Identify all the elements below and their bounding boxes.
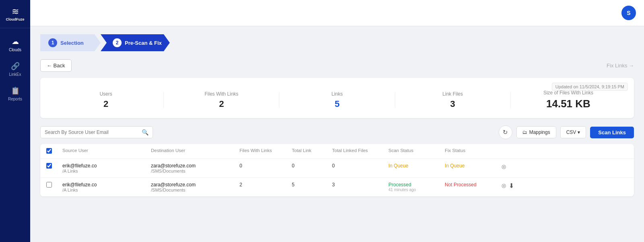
- stat-fwl-label: Files With Links: [164, 91, 279, 97]
- row1-source-email: erik@filefuze.co: [62, 163, 151, 169]
- th-scan-status: Scan Status: [388, 148, 445, 154]
- sidebar: ≋ CloudFuze ☁ Clouds 🔗 LinkEx 📋 Reports: [0, 0, 30, 242]
- row1-dest-user: zara@storefuze.com /SMS/Documents: [151, 163, 239, 173]
- row1-source-user: erik@filefuze.co /A Links: [62, 163, 151, 173]
- stat-size: Size of Files With Links 14.51 KB: [511, 90, 626, 110]
- search-action-row: 🔍 ↻ 🗂 Mappings CSV ▾ Scan Links: [40, 125, 634, 139]
- stat-size-value: 14.51 KB: [511, 98, 626, 110]
- row2-total-link: 5: [292, 182, 332, 188]
- select-all-checkbox[interactable]: [46, 148, 52, 154]
- row1-total-link: 0: [292, 163, 332, 169]
- stat-fwl-value: 2: [164, 99, 279, 109]
- search-input[interactable]: [45, 129, 139, 135]
- row2-source-email: erik@filefuze.co: [62, 182, 151, 188]
- stat-users: Users 2: [48, 91, 163, 109]
- sidebar-label-clouds: Clouds: [9, 48, 21, 52]
- users-table: Source User Destination User Files With …: [40, 144, 634, 196]
- row2-dest-email: zara@storefuze.com: [151, 182, 239, 188]
- th-fix-status: Fix Status: [445, 148, 501, 154]
- row2-scan-time: 41 minutes ago: [388, 188, 445, 192]
- row2-download-icon[interactable]: ⬇: [509, 182, 514, 190]
- row1-scan-status: In Queue: [388, 163, 445, 169]
- row1-scan-status-label: In Queue: [388, 163, 445, 169]
- sidebar-item-clouds[interactable]: ☁ Clouds: [0, 32, 30, 57]
- stat-lf-value: 3: [395, 99, 510, 109]
- th-destination-user: Destination User: [151, 148, 239, 154]
- search-box[interactable]: 🔍: [40, 126, 153, 138]
- sidebar-label-linkex: LinkEx: [9, 72, 21, 77]
- back-button[interactable]: ← Back: [40, 59, 72, 72]
- csv-chevron-icon: ▾: [578, 129, 580, 135]
- stats-updated: Updated on 11/5/2024, 9:19:15 PM: [552, 83, 628, 91]
- step-2-num: 2: [113, 38, 122, 47]
- mappings-button[interactable]: 🗂 Mappings: [516, 126, 556, 138]
- row2-checkbox-cell: [46, 182, 62, 189]
- row1-cancel-icon[interactable]: ⊗: [501, 163, 506, 171]
- row1-total-linked-files: 0: [332, 163, 388, 169]
- stepper: 1 Selection 2 Pre-Scan & Fix: [40, 34, 634, 51]
- fix-links-button[interactable]: Fix Links →: [607, 63, 634, 69]
- topbar: S: [30, 0, 644, 26]
- row2-total-linked-files: 3: [332, 182, 388, 188]
- th-total-linked-files: Total Linked Files: [332, 148, 388, 154]
- row1-actions: ⊗: [501, 163, 525, 171]
- row2-scan-status-label: Processed: [388, 182, 445, 188]
- row2-cancel-icon[interactable]: ⊗: [501, 182, 506, 190]
- csv-label: CSV: [566, 129, 576, 135]
- sidebar-item-linkex[interactable]: 🔗 LinkEx: [0, 57, 30, 81]
- row1-dest-sub: /SMS/Documents: [151, 169, 239, 173]
- scan-links-button[interactable]: Scan Links: [590, 127, 634, 138]
- mappings-label: Mappings: [529, 129, 550, 135]
- stat-links: Links 5: [279, 91, 394, 109]
- row1-action-icons: ⊗: [501, 163, 525, 171]
- app-logo: ≋ CloudFuze: [0, 0, 30, 28]
- stat-users-label: Users: [48, 91, 163, 97]
- step-prescan[interactable]: 2 Pre-Scan & Fix: [101, 34, 170, 51]
- row2-dest-sub: /SMS/Documents: [151, 188, 239, 192]
- table-row: erik@filefuze.co /A Links zara@storefuze…: [40, 159, 634, 178]
- th-total-link: Total Link: [292, 148, 332, 154]
- row2-source-sub: /A Links: [62, 188, 151, 192]
- row2-checkbox[interactable]: [46, 182, 52, 188]
- row2-source-user: erik@filefuze.co /A Links: [62, 182, 151, 192]
- row1-checkbox[interactable]: [46, 163, 52, 169]
- step-2-label: Pre-Scan & Fix: [125, 40, 162, 46]
- content-area: 1 Selection 2 Pre-Scan & Fix ← Back Fix …: [30, 26, 644, 242]
- mappings-icon: 🗂: [522, 129, 527, 135]
- stat-size-label: Size of Files With Links: [511, 90, 626, 96]
- step-1-label: Selection: [60, 40, 84, 46]
- row2-action-icons: ⊗ ⬇: [501, 182, 525, 190]
- stats-card: Updated on 11/5/2024, 9:19:15 PM Users 2…: [40, 78, 634, 118]
- reports-icon: 📋: [11, 86, 20, 95]
- linkex-icon: 🔗: [11, 62, 20, 71]
- th-files-with-links: Files With Links: [239, 148, 292, 154]
- th-source-user: Source User: [62, 148, 151, 154]
- refresh-button[interactable]: ↻: [499, 125, 512, 139]
- csv-button[interactable]: CSV ▾: [560, 126, 586, 138]
- sidebar-nav: ☁ Clouds 🔗 LinkEx 📋 Reports: [0, 28, 30, 106]
- toolbar-row: ← Back Fix Links →: [40, 59, 634, 72]
- th-actions: [501, 148, 525, 154]
- sidebar-item-reports[interactable]: 📋 Reports: [0, 81, 30, 106]
- row2-files-with-links: 2: [239, 182, 292, 188]
- row1-source-sub: /A Links: [62, 169, 151, 173]
- logo-icon: ≋: [12, 6, 19, 17]
- row2-fix-status-label: Not Processed: [445, 182, 501, 188]
- main-content: S 1 Selection 2 Pre-Scan & Fix ← Back Fi…: [30, 0, 644, 242]
- app-name: CloudFuze: [6, 18, 25, 22]
- stat-lf-label: Link Files: [395, 91, 510, 97]
- row1-checkbox-cell: [46, 163, 62, 170]
- user-avatar[interactable]: S: [621, 6, 636, 20]
- clouds-icon: ☁: [12, 37, 19, 46]
- step-selection[interactable]: 1 Selection: [40, 34, 101, 51]
- row2-dest-user: zara@storefuze.com /SMS/Documents: [151, 182, 239, 192]
- row2-fix-status: Not Processed: [445, 182, 501, 188]
- stat-files-with-links: Files With Links 2: [164, 91, 279, 109]
- search-icon[interactable]: 🔍: [142, 129, 149, 136]
- row1-dest-email: zara@storefuze.com: [151, 163, 239, 169]
- stat-link-files: Link Files 3: [395, 91, 510, 109]
- action-buttons: ↻ 🗂 Mappings CSV ▾ Scan Links: [499, 125, 634, 139]
- row1-fix-status-label: In Queue: [445, 163, 501, 169]
- table-row: erik@filefuze.co /A Links zara@storefuze…: [40, 178, 634, 196]
- sidebar-label-reports: Reports: [8, 97, 22, 101]
